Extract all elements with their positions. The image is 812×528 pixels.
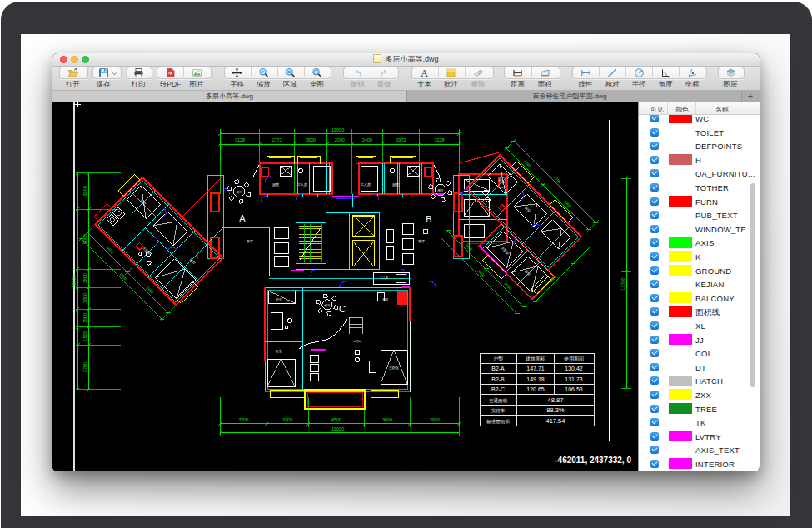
svg-text:1800: 1800 — [82, 293, 87, 303]
svg-text:水槽间: 水槽间 — [353, 340, 362, 343]
svg-text:147.71: 147.71 — [526, 366, 545, 371]
svg-text:2400: 2400 — [362, 137, 372, 142]
svg-text:工人房: 工人房 — [361, 182, 371, 187]
svg-text:B: B — [426, 214, 431, 224]
svg-text:1500: 1500 — [82, 331, 87, 341]
svg-text:1500: 1500 — [82, 313, 87, 323]
svg-text:户型: 户型 — [493, 356, 503, 362]
svg-text:交通面积: 交通面积 — [489, 397, 508, 404]
svg-text:B2-A: B2-A — [491, 366, 505, 371]
svg-text:A: A — [421, 67, 428, 78]
svg-text:3700: 3700 — [238, 417, 248, 422]
svg-text:19000: 19000 — [331, 127, 344, 132]
svg-text:厨房: 厨房 — [272, 182, 279, 187]
svg-text:3700: 3700 — [82, 362, 87, 372]
svg-text:106.53: 106.53 — [565, 386, 583, 392]
svg-text:主卧室: 主卧室 — [389, 366, 399, 370]
svg-text:标准层面积: 标准层面积 — [486, 419, 510, 425]
svg-text:餐厅: 餐厅 — [237, 190, 243, 194]
svg-text:-462011, 2437332, 0: -462011, 2437332, 0 — [555, 456, 631, 465]
svg-text:417.54: 417.54 — [546, 417, 565, 425]
svg-text:3000: 3000 — [82, 186, 87, 196]
svg-text:厨房: 厨房 — [392, 182, 399, 187]
svg-text:19000: 19000 — [331, 426, 344, 431]
svg-text:2600: 2600 — [306, 137, 316, 142]
svg-text:B2-B: B2-B — [491, 376, 505, 382]
svg-text:3300: 3300 — [282, 417, 292, 422]
svg-text:餐厅: 餐厅 — [438, 188, 445, 192]
svg-text:3128: 3128 — [235, 137, 245, 142]
svg-text:18000: 18000 — [72, 275, 77, 287]
svg-text:3600: 3600 — [382, 417, 392, 422]
svg-text:C: C — [339, 304, 346, 314]
svg-text:4500: 4500 — [331, 417, 341, 422]
svg-text:2972: 2972 — [396, 137, 406, 142]
svg-text:工人房: 工人房 — [297, 182, 307, 187]
svg-text:使用面积: 使用面积 — [564, 356, 584, 362]
svg-text:工人房: 工人房 — [380, 276, 389, 280]
svg-text:厨房: 厨房 — [383, 298, 390, 301]
svg-text:3900: 3900 — [429, 417, 439, 422]
svg-text:餐厅: 餐厅 — [325, 303, 331, 307]
svg-text:B2-C: B2-C — [491, 386, 505, 392]
svg-text:130.42: 130.42 — [565, 366, 583, 371]
svg-text:卧室: 卧室 — [276, 297, 282, 301]
svg-text:2772: 2772 — [271, 137, 281, 142]
svg-text:13700: 13700 — [620, 277, 625, 290]
svg-text:2000: 2000 — [335, 137, 345, 142]
svg-text:实得率: 实得率 — [491, 408, 506, 414]
svg-text:客厅: 客厅 — [418, 239, 425, 243]
svg-text:88.3%: 88.3% — [546, 406, 565, 414]
svg-text:1500: 1500 — [82, 273, 87, 283]
svg-text:客厅: 客厅 — [247, 239, 253, 243]
svg-text:131.73: 131.73 — [565, 376, 583, 382]
svg-text:A: A — [239, 213, 246, 223]
svg-text:48.87: 48.87 — [548, 396, 564, 404]
svg-text:卧室: 卧室 — [276, 349, 282, 353]
svg-text:149.18: 149.18 — [526, 376, 545, 382]
svg-text:3128: 3128 — [434, 137, 444, 142]
svg-text:建筑面积: 建筑面积 — [525, 356, 545, 362]
svg-text:120.65: 120.65 — [526, 386, 545, 392]
